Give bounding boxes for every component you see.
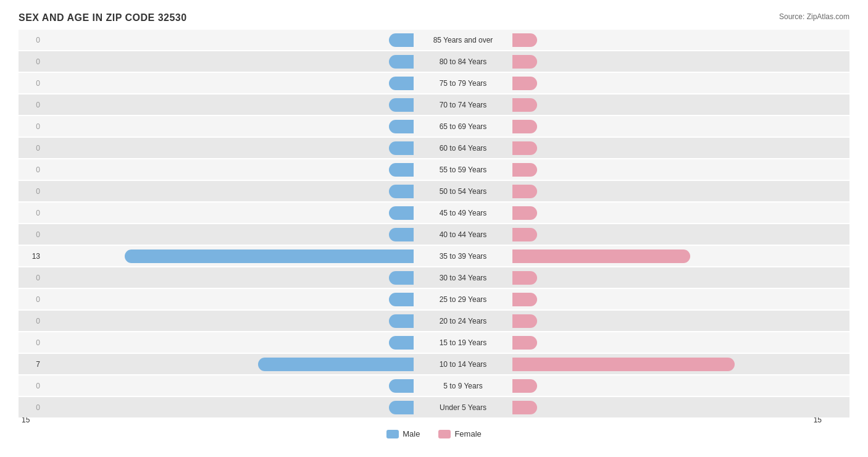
age-label: 25 to 29 Years	[414, 295, 512, 304]
left-value: 0	[19, 338, 43, 347]
right-bar-area	[512, 206, 868, 220]
age-label: 60 to 64 Years	[414, 144, 512, 153]
left-value: 0	[19, 36, 43, 44]
age-label: 70 to 74 Years	[414, 101, 512, 109]
female-bar	[512, 401, 537, 414]
right-bar-area	[512, 55, 868, 69]
right-bar-area	[512, 228, 868, 241]
left-bar-area	[43, 33, 414, 47]
male-bar	[389, 33, 414, 47]
male-bar	[389, 77, 414, 90]
left-bar-area	[43, 120, 414, 133]
female-bar	[512, 141, 537, 155]
female-bar	[512, 336, 537, 350]
chart-area: 085 Years and over0080 to 84 Years0075 t…	[19, 30, 849, 413]
left-bar-area	[43, 379, 414, 393]
chart-container: SEX AND AGE IN ZIP CODE 32530 Source: Zi…	[0, 0, 868, 457]
male-bar	[389, 120, 414, 133]
male-label: Male	[403, 429, 420, 438]
male-bar	[389, 98, 414, 112]
female-bar	[512, 163, 537, 177]
bar-row: 080 to 84 Years0	[19, 51, 849, 72]
bar-row: 020 to 24 Years0	[19, 311, 849, 331]
age-label: 5 to 9 Years	[414, 382, 512, 390]
left-value: 0	[19, 274, 43, 282]
legend-male: Male	[386, 429, 420, 438]
male-bar	[389, 206, 414, 220]
left-value: 0	[19, 187, 43, 196]
female-bar	[512, 98, 537, 112]
left-bar-area	[43, 358, 414, 371]
age-label: 55 to 59 Years	[414, 166, 512, 174]
male-bar	[389, 185, 414, 198]
right-bar-area	[512, 336, 868, 350]
bar-row: 060 to 64 Years0	[19, 138, 849, 158]
male-bar	[389, 228, 414, 241]
left-bar-area	[43, 163, 414, 177]
age-label: 30 to 34 Years	[414, 274, 512, 282]
male-bar	[389, 163, 414, 177]
left-value: 0	[19, 403, 43, 412]
bar-row: 025 to 29 Years0	[19, 289, 849, 309]
bar-row: 070 to 74 Years0	[19, 94, 849, 115]
left-value: 0	[19, 317, 43, 325]
left-bar-area	[43, 249, 414, 263]
left-bar-area	[43, 314, 414, 328]
left-value: 7	[19, 360, 43, 369]
bar-row: 1335 to 39 Years8	[19, 246, 849, 266]
female-bar	[512, 271, 537, 285]
right-bar-area	[512, 163, 868, 177]
male-bar	[389, 401, 414, 414]
female-bar	[512, 358, 735, 371]
age-label: 15 to 19 Years	[414, 338, 512, 347]
female-bar	[512, 379, 537, 393]
bar-row: 05 to 9 Years0	[19, 375, 849, 396]
male-bar	[389, 336, 414, 350]
chart-title: SEX AND AGE IN ZIP CODE 32530	[19, 12, 187, 23]
left-bar-area	[43, 336, 414, 350]
male-bar	[389, 314, 414, 328]
female-bar	[512, 293, 537, 306]
bar-row: 045 to 49 Years0	[19, 203, 849, 223]
age-label: 50 to 54 Years	[414, 187, 512, 196]
male-bar	[389, 379, 414, 393]
age-label: 75 to 79 Years	[414, 79, 512, 88]
age-label: 35 to 39 Years	[414, 252, 512, 261]
left-bar-area	[43, 185, 414, 198]
left-bar-area	[43, 401, 414, 414]
male-bar	[389, 293, 414, 306]
right-bar-area	[512, 185, 868, 198]
age-label: 10 to 14 Years	[414, 360, 512, 369]
age-label: 65 to 69 Years	[414, 122, 512, 131]
left-bar-area	[43, 206, 414, 220]
left-value: 0	[19, 101, 43, 109]
left-bar-area	[43, 77, 414, 90]
female-bar	[512, 55, 537, 69]
female-bar	[512, 33, 537, 47]
bar-row: 085 Years and over0	[19, 30, 849, 50]
right-bar-area	[512, 314, 868, 328]
male-bar	[389, 55, 414, 69]
age-label: 85 Years and over	[414, 36, 512, 44]
legend-female: Female	[438, 429, 481, 438]
female-bar	[512, 185, 537, 198]
female-bar	[512, 77, 537, 90]
age-label: Under 5 Years	[414, 403, 512, 412]
bar-row: 055 to 59 Years0	[19, 159, 849, 180]
right-bar-area	[512, 401, 868, 414]
female-bar	[512, 206, 537, 220]
right-bar-area	[512, 358, 868, 371]
female-label: Female	[454, 429, 481, 438]
bar-row: 015 to 19 Years0	[19, 332, 849, 353]
source-text: Source: ZipAtlas.com	[779, 12, 849, 21]
right-bar-area	[512, 379, 868, 393]
bar-row: 710 to 14 Years10	[19, 354, 849, 374]
left-value: 0	[19, 122, 43, 131]
age-label: 40 to 44 Years	[414, 230, 512, 239]
legend-row: Male Female	[19, 429, 849, 438]
title-row: SEX AND AGE IN ZIP CODE 32530 Source: Zi…	[19, 12, 849, 23]
left-value: 0	[19, 166, 43, 174]
male-bar	[258, 358, 414, 371]
right-bar-area	[512, 33, 868, 47]
male-bar	[125, 249, 414, 263]
